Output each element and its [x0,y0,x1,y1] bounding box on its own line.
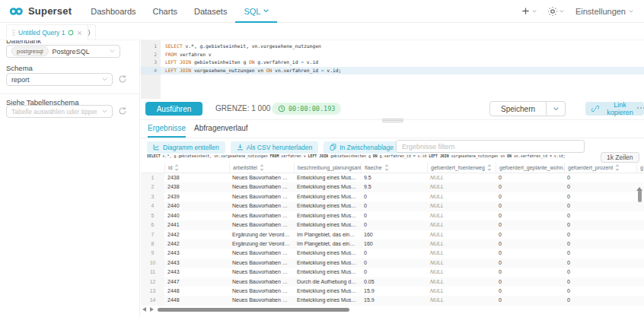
table-row: 12438Neues Bauvorhaben Mustersta...Entwi… [141,173,644,182]
more-actions-button[interactable] [637,107,644,109]
nav-item-dashboards[interactable]: Dashboards [82,0,144,23]
column-header-flaeche[interactable]: flaeche [361,163,427,173]
table-cell: 0 [496,201,564,211]
table-cell: 0 [496,258,564,268]
create-chart-button[interactable]: Diagramm erstellen [147,141,225,154]
database-value: PostgreSQL [53,48,90,55]
table-cell: 9.5 [361,173,427,182]
column-header-arbeitstitel[interactable]: arbeitstitel [229,163,294,173]
save-button[interactable]: Speichern [489,101,547,116]
refresh-schema-icon[interactable] [118,74,127,84]
row-number-cell: 11 [141,268,164,277]
table-cell: 0 [564,230,636,239]
table-cell: 2441 [164,220,229,230]
nav-item-charts[interactable]: Charts [145,0,186,23]
column-header-gefoerdert-geplante-wohn[interactable]: gefoerdert_geplante_wohn... [496,163,564,173]
schema-label: Schema [6,64,33,72]
table-cell: NULL [427,287,496,296]
save-options-caret[interactable] [547,101,566,116]
table-cell: Neues Bauvorhaben Mustersta... [229,182,294,192]
table-cell: Im Plangebiet, das einen Teilber... [294,239,361,249]
new-item-button[interactable] [521,7,537,15]
settings-menu[interactable]: Einstellungen [575,7,633,16]
table-cell: 0 [496,211,564,220]
schema-value: report [11,76,30,84]
grid-body: 12438Neues Bauvorhaben Mustersta...Entwi… [141,173,644,306]
close-tab-icon[interactable] [77,30,82,36]
table-cell: 160 [361,239,427,249]
chevron-down-icon [102,109,107,113]
horizontal-scrollbar[interactable] [142,307,641,312]
download-csv-button[interactable]: Als CSV herunterladen [231,141,318,154]
chevron-down-icon [532,10,537,13]
table-cell: Entwicklung eines Mustergebäud... [294,173,361,182]
copy-icon [330,144,336,151]
refresh-tables-icon[interactable] [118,106,127,116]
gutter-line-number: 2 [141,51,161,59]
column-header-g[interactable]: g [636,163,644,173]
nav-item-sql[interactable]: SQL [235,0,277,23]
column-header-gefoerdert-prozent[interactable]: gefoerdert_prozent [564,163,636,173]
settings-gear-button[interactable] [548,7,564,16]
table-cell: NULL [427,201,496,211]
run-query-button[interactable]: Ausführen [145,102,202,116]
results-grid: idarbeitstitelbeschreibung_planungsanl..… [141,163,644,306]
column-header-id[interactable]: id [164,163,229,173]
superset-brand[interactable]: Superset [0,5,79,17]
table-cell: 0 [496,277,564,287]
row-number-cell: 1 [141,173,164,182]
horizontal-scroll-thumb[interactable] [158,308,349,312]
save-split-button: Speichern [489,101,566,116]
query-tab-label: Untitled Query 1 [18,29,65,36]
row-number-cell: 3 [141,192,164,201]
query-tab[interactable]: Untitled Query 1 [6,24,88,40]
table-cell: Neues Bauvorhaben Mustersta... [229,296,294,305]
vertical-scroll-thumb[interactable] [638,190,642,202]
table-cell: NULL [427,249,496,258]
table-cell: 0 [564,239,636,249]
table-select[interactable]: Tabelle auswählen oder tippen, um Tabell… [6,105,113,118]
scroll-left-icon[interactable] [142,307,146,312]
schema-select[interactable]: report [6,73,113,86]
download-icon [237,144,244,151]
vertical-scrollbar[interactable] [636,174,642,296]
brand-name: Superset [28,5,72,17]
column-header-gefoerdert-foerderweg[interactable]: gefoerdert_foerderweg [427,163,496,173]
table-cell: 0 [496,239,564,249]
database-select[interactable]: postgresql PostgreSQL [6,45,120,58]
column-header-beschreibung-planungsanl[interactable]: beschreibung_planungsanl... [294,163,361,173]
gutter-line-number: 1 [141,43,161,51]
row-number-cell: 4 [141,201,164,211]
tab-ergebnisse[interactable]: Ergebnisse [148,124,186,132]
table-cell: Neues Bauvorhaben Mustersta... [229,268,294,277]
table-cell: NULL [427,258,496,268]
gear-icon [548,7,557,16]
table-cell: Entwicklung eines Mustergebäud... [294,211,361,220]
table-cell: Entwicklung eines Mustergebäud... [294,192,361,201]
table-cell: Neues Bauvorhaben Mustersta... [229,220,294,230]
grid-corner-cell [141,163,164,173]
table-cell: NULL [427,230,496,239]
table-cell: Entwicklung eines Mustergebäud... [294,201,361,211]
code-line: LEFT JOIN gebietseinheiten g ON g.verfah… [161,59,644,67]
tab-abfragenverlauf[interactable]: Abfragenverlauf [194,124,248,132]
results-tabs: Ergebnisse Abfragenverlauf [141,120,644,138]
limit-dropdown[interactable]: GRENZE: 1 000 [215,104,280,113]
table-cell: 2442 [164,230,229,239]
drag-handle-icon [12,30,15,36]
code-line: FROM verfahren v [161,51,644,59]
sql-editor[interactable]: 1234 SELECT v.*, g.gebietseinheit, vn.vo… [141,40,644,99]
scroll-right-icon[interactable] [150,307,154,312]
table-row: 72442Ergänzung der Verordnungen, ...Im P… [141,230,644,239]
table-cell: 0 [564,220,636,230]
table-cell: Ergänzung der Verordnungen, ... [229,239,294,249]
scroll-up-icon[interactable] [636,174,642,191]
table-row: 142448Neues Bauvorhaben Mustersta...Entw… [141,296,644,305]
nav-item-datasets[interactable]: Datasets [186,0,235,23]
table-cell [636,296,644,305]
filter-results-input[interactable] [396,140,585,153]
copy-link-button[interactable]: Link kopieren [585,102,644,116]
table-cell: 2440 [164,201,229,211]
results-toolbar: Diagramm erstellen Als CSV herunterladen… [147,141,426,154]
table-row: 122447Neues Bauvorhaben Mustersta...Durc… [141,277,644,287]
